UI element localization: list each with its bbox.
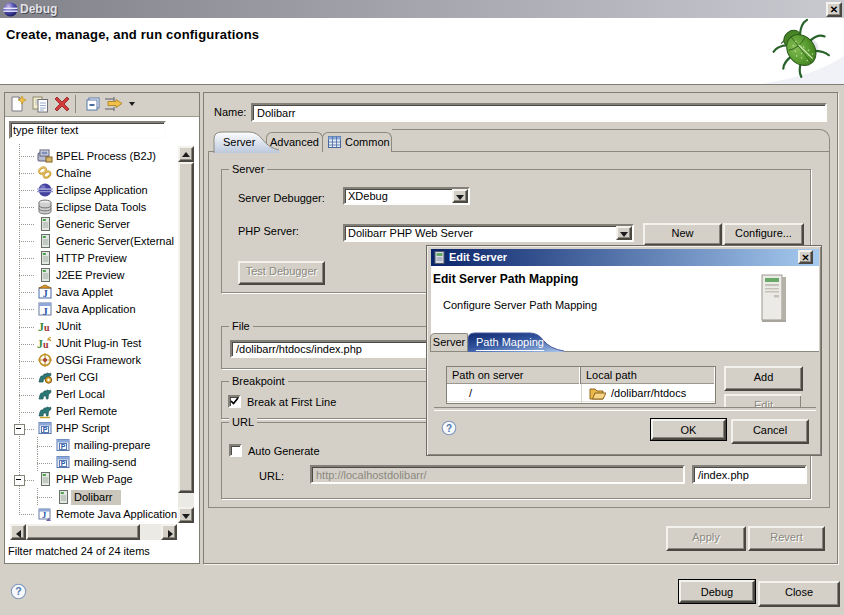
svg-text:J: J [43,306,48,317]
svg-text:J: J [43,288,48,299]
svg-text:u: u [44,322,50,333]
svg-text:?: ? [15,585,21,597]
svg-text:P: P [61,443,66,450]
svg-text:?: ? [446,423,452,434]
svg-text:P: P [43,426,48,433]
svg-text:P: P [61,460,66,467]
